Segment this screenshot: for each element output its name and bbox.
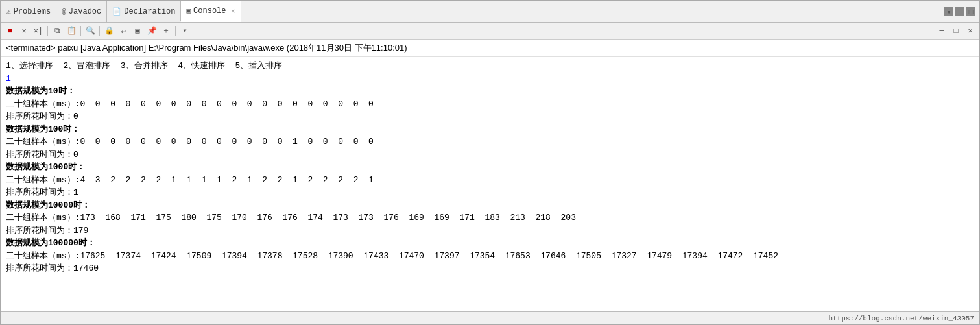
console-line: 数据规模为100000时： <box>6 237 974 250</box>
console-output[interactable]: 1、选择排序 2、冒泡排序 3、合并排序 4、快速排序 5、插入排序1数据规模为… <box>1 57 979 311</box>
disconnect-button[interactable]: ✕ <box>18 25 30 38</box>
console-line: 数据规模为100时： <box>6 123 974 136</box>
stop-button[interactable]: ■ <box>3 25 16 38</box>
console-line: 二十组样本（ms）:17625 17374 17424 17509 17394 … <box>6 250 974 263</box>
console-line: 1、选择排序 2、冒泡排序 3、合并排序 4、快速排序 5、插入排序 <box>6 60 974 73</box>
tab-javadoc-label: Javadoc <box>69 7 101 16</box>
tab-bar: ⚠ Problems @ Javadoc 📄 Declaration ▣ Con… <box>1 1 979 23</box>
open-console-button[interactable]: ▣ <box>131 25 144 38</box>
separator-4 <box>175 26 176 36</box>
terminated-bar: <terminated> paixu [Java Application] E:… <box>1 40 979 57</box>
status-bar: https://blog.csdn.net/weixin_43057 <box>1 311 979 324</box>
console-line: 二十组样本（ms）:0 0 0 0 0 0 0 0 0 0 0 0 0 0 1 … <box>6 136 974 149</box>
remove-terminated-button[interactable]: ✕| <box>32 25 45 38</box>
tab-bar-spacer <box>241 1 940 22</box>
toolbar-close-button[interactable]: ✕ <box>964 25 977 38</box>
declaration-icon: 📄 <box>112 7 121 16</box>
status-text: https://blog.csdn.net/weixin_43057 <box>829 315 974 322</box>
tab-console[interactable]: ▣ Console ✕ <box>180 1 241 22</box>
problems-icon: ⚠ <box>6 7 11 16</box>
console-line: 数据规模为10时： <box>6 85 974 98</box>
tab-problems[interactable]: ⚠ Problems <box>1 1 56 22</box>
console-line: 排序所花时间为：1 <box>6 186 974 199</box>
separator-2 <box>80 26 81 36</box>
toolbar-minimize-button[interactable]: ─ <box>935 25 948 38</box>
toolbar-maximize-button[interactable]: □ <box>950 25 962 38</box>
tab-declaration-label: Declaration <box>124 7 175 16</box>
pin-console-button[interactable]: 📌 <box>145 25 158 38</box>
console-line: 排序所花时间为：17460 <box>6 262 974 275</box>
console-toolbar: ■ ✕ ✕| ⧉ 📋 🔍 🔒 ↵ ▣ 📌 ＋ ▾ ─ □ ✕ <box>1 23 979 40</box>
separator-1 <box>47 26 48 36</box>
terminated-text: <terminated> paixu [Java Application] E:… <box>6 43 407 53</box>
console-line: 二十组样本（ms）:0 0 0 0 0 0 0 0 0 0 0 0 0 0 0 … <box>6 98 974 111</box>
new-console-button[interactable]: ＋ <box>160 25 173 38</box>
view-chevron-button[interactable]: ▾ <box>178 25 191 38</box>
view-menu-btn[interactable]: ▾ <box>944 7 953 16</box>
paste-button[interactable]: 📋 <box>65 25 78 38</box>
minimize-view-btn[interactable]: ─ <box>955 7 964 16</box>
console-line: 排序所花时间为：179 <box>6 224 974 237</box>
console-line: 排序所花时间为：0 <box>6 110 974 123</box>
javadoc-icon: @ <box>62 8 66 16</box>
tab-problems-label: Problems <box>14 7 51 16</box>
copy-button[interactable]: ⧉ <box>51 25 64 38</box>
scroll-lock-button[interactable]: 🔒 <box>102 25 115 38</box>
console-line: 数据规模为1000时： <box>6 161 974 174</box>
tab-console-close[interactable]: ✕ <box>232 7 235 15</box>
console-line: 1 <box>6 73 974 86</box>
console-line: 排序所花时间为：0 <box>6 149 974 162</box>
word-wrap-button[interactable]: ↵ <box>117 25 130 38</box>
tab-javadoc[interactable]: @ Javadoc <box>56 1 107 22</box>
tab-console-label: Console <box>193 6 226 16</box>
console-line: 数据规模为10000时： <box>6 199 974 212</box>
console-line: 二十组样本（ms）:173 168 171 175 180 175 170 17… <box>6 211 974 224</box>
tab-declaration[interactable]: 📄 Declaration <box>106 1 181 22</box>
eclipse-window: ⚠ Problems @ Javadoc 📄 Declaration ▣ Con… <box>0 0 980 325</box>
tab-bar-actions: ▾ ─ □ <box>940 1 979 22</box>
console-icon: ▣ <box>186 6 191 15</box>
maximize-view-btn[interactable]: □ <box>966 7 975 16</box>
find-button[interactable]: 🔍 <box>84 25 97 38</box>
separator-3 <box>99 26 100 36</box>
console-line: 二十组样本（ms）:4 3 2 2 2 2 1 1 1 1 2 1 2 2 1 … <box>6 174 974 187</box>
